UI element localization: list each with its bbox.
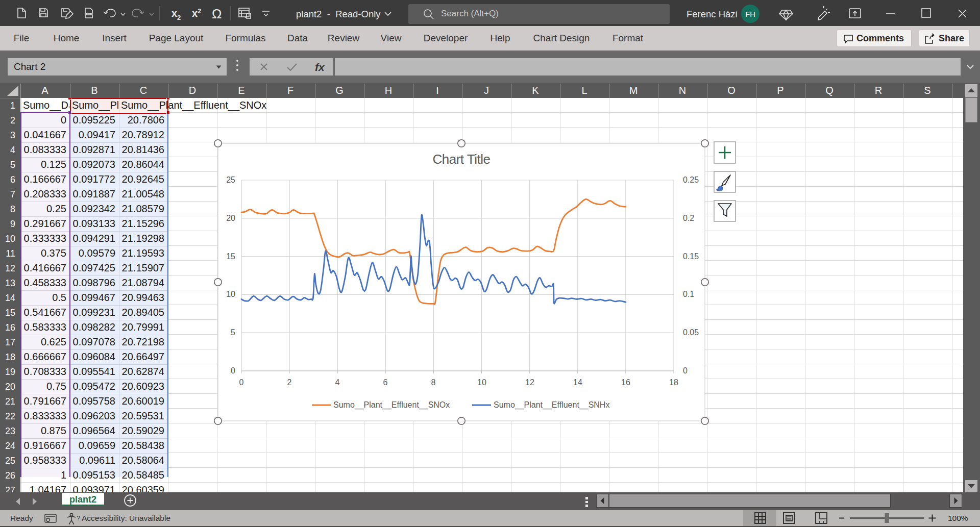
svg-text:10: 10: [226, 290, 235, 298]
svg-text:plant2 - Read-Only: plant2 - Read-Only: [296, 9, 381, 19]
svg-text:2: 2: [287, 378, 292, 387]
svg-text:15: 15: [226, 252, 235, 261]
svg-text:0: 0: [231, 366, 235, 375]
svg-text:Chart Title: Chart Title: [433, 152, 491, 167]
svg-text:100%: 100%: [948, 514, 968, 522]
svg-text:2: 2: [177, 14, 181, 21]
svg-text:10: 10: [477, 378, 486, 387]
svg-text:fx: fx: [315, 61, 325, 73]
svg-text:0.2: 0.2: [683, 214, 694, 222]
svg-text:25: 25: [226, 175, 235, 184]
svg-text:12: 12: [525, 378, 534, 387]
svg-text:FH: FH: [745, 10, 755, 18]
svg-text:2: 2: [198, 7, 201, 15]
svg-text:6: 6: [383, 378, 388, 387]
svg-text:8: 8: [431, 378, 436, 387]
svg-text:Search (Alt+Q): Search (Alt+Q): [441, 9, 499, 18]
svg-text:0.05: 0.05: [683, 328, 699, 337]
svg-text:Sumo__Plant__Effluent__SNOx: Sumo__Plant__Effluent__SNOx: [333, 400, 450, 410]
svg-text:20: 20: [226, 214, 235, 222]
svg-text:4: 4: [335, 378, 340, 387]
svg-text:5: 5: [231, 328, 235, 337]
svg-text:0.1: 0.1: [683, 290, 694, 298]
svg-text:Sumo__Plant__Effluent__SNHx: Sumo__Plant__Effluent__SNHx: [494, 400, 609, 410]
svg-text:0: 0: [683, 366, 688, 375]
svg-text:Ferenc Házi: Ferenc Házi: [687, 9, 738, 19]
svg-text:16: 16: [621, 378, 630, 387]
svg-text:x: x: [172, 8, 177, 19]
svg-text:Ω: Ω: [212, 6, 222, 21]
svg-text:x: x: [192, 8, 198, 19]
svg-text:14: 14: [573, 378, 582, 387]
svg-text:?: ?: [77, 514, 80, 522]
svg-text:0.15: 0.15: [683, 252, 699, 261]
svg-text:0.25: 0.25: [683, 175, 699, 184]
svg-text:18: 18: [669, 378, 678, 387]
svg-text:0: 0: [239, 378, 244, 387]
